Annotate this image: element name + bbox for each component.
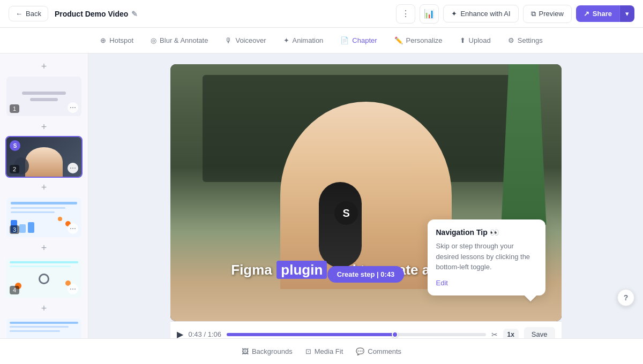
chevron-down-icon: ▾ [625, 10, 629, 18]
blur-icon: ◎ [151, 36, 156, 44]
upload-icon: ⬆ [460, 36, 466, 44]
project-title: Product Demo Video ✎ [55, 10, 138, 18]
create-step-button[interactable]: Create step | 0:43 [327, 266, 405, 283]
add-slide-before-4[interactable]: + [0, 239, 88, 257]
save-button[interactable]: Save [524, 327, 555, 338]
add-slide-before-5[interactable]: + [0, 300, 88, 317]
slide-more-button[interactable]: ⋯ [68, 102, 78, 113]
nav-tip-title: Navigation Tip 👀 [436, 228, 537, 237]
main-content: + 1 ⋯ + S 2 ⋯ + [0, 54, 643, 338]
hotspot-icon: ⊕ [100, 36, 106, 44]
slide-more-button[interactable]: ⋯ [68, 284, 78, 294]
share-dropdown-button[interactable]: ▾ [619, 5, 634, 22]
title-text: Product Demo Video [55, 10, 128, 18]
analytics-icon: 📊 [424, 9, 435, 19]
add-slide-before-3[interactable]: + [0, 179, 88, 196]
slides-sidebar: + 1 ⋯ + S 2 ⋯ + [0, 54, 88, 338]
more-icon: ⋮ [401, 9, 410, 19]
slide-more-button[interactable]: ⋯ [68, 163, 78, 173]
toolbar-animation[interactable]: ✦ Animation [275, 32, 332, 49]
canvas-area: S Figma plugin and to create a Supa dem … [88, 54, 643, 338]
more-options-button[interactable]: ⋮ [396, 4, 415, 24]
navigation-tip: Navigation Tip 👀 Skip or step through yo… [428, 219, 545, 295]
personalize-icon: ✏️ [394, 36, 403, 44]
slide-item[interactable]: 5 ⋯ [5, 317, 83, 338]
chapter-icon: 📄 [340, 36, 349, 44]
enhance-label: Enhance with AI [460, 10, 510, 18]
toolbar-settings[interactable]: ⚙ Settings [499, 32, 551, 49]
toolbar-personalize[interactable]: ✏️ Personalize [386, 32, 451, 49]
preview-icon: ⧉ [531, 10, 536, 18]
toolbar: ⊕ Hotspot ◎ Blur & Annotate 🎙 Voiceover … [0, 28, 643, 54]
slide-number: 4 [10, 286, 19, 294]
settings-icon: ⚙ [508, 36, 514, 44]
share-label: Share [593, 10, 612, 18]
media-fit-button[interactable]: ⊡ Media Fit [305, 347, 343, 355]
back-label: Back [26, 10, 41, 18]
preview-label: Preview [539, 10, 564, 18]
media-fit-icon: ⊡ [305, 347, 311, 355]
back-arrow-icon: ← [16, 10, 23, 18]
progress-thumb [392, 331, 398, 338]
animation-icon: ✦ [283, 36, 289, 44]
help-button[interactable]: ? [617, 289, 634, 306]
add-slide-before-2[interactable]: + [0, 118, 88, 136]
progress-bar[interactable] [227, 333, 486, 336]
slide-item[interactable]: S 2 ⋯ [5, 136, 83, 178]
backgrounds-button[interactable]: 🖼 Backgrounds [242, 347, 293, 355]
progress-fill [227, 333, 395, 336]
header-actions: ⋮ 📊 ✦ Enhance with AI ⧉ Preview ↗ Share … [396, 4, 634, 24]
slide-5-thumbnail [6, 318, 81, 338]
toolbar-upload[interactable]: ⬆ Upload [451, 32, 499, 49]
edit-title-icon[interactable]: ✎ [131, 10, 138, 18]
voiceover-icon: 🎙 [225, 36, 232, 44]
enhance-ai-button[interactable]: ✦ Enhance with AI [443, 5, 518, 22]
slide-more-button[interactable]: ⋯ [68, 223, 78, 234]
analytics-button[interactable]: 📊 [420, 4, 439, 24]
slide-item[interactable]: 1 ⋯ [5, 75, 83, 117]
toolbar-hotspot[interactable]: ⊕ Hotspot [92, 32, 142, 49]
subtitle-highlight: plugin [276, 261, 327, 279]
bottom-toolbar: 🖼 Backgrounds ⊡ Media Fit 💬 Comments [0, 338, 643, 364]
time-display: 0:43 / 1:06 [189, 330, 221, 338]
toolbar-chapter[interactable]: 📄 Chapter [332, 32, 385, 49]
sparkle-icon: ✦ [451, 10, 457, 18]
nav-tip-description: Skip or step through your desired lesson… [436, 241, 537, 272]
slide-line [22, 92, 65, 95]
slide-line-short [30, 98, 58, 101]
video-player: S Figma plugin and to create a Supa dem … [170, 64, 562, 321]
play-button[interactable]: ▶ [177, 329, 183, 338]
slide-number: 2 [10, 165, 19, 173]
header: ← Back Product Demo Video ✎ ⋮ 📊 ✦ Enhanc… [0, 0, 643, 28]
toolbar-voiceover[interactable]: 🎙 Voiceover [216, 32, 274, 49]
share-button[interactable]: ↗ Share [576, 5, 619, 22]
speed-button[interactable]: 1x [503, 329, 519, 339]
slide-number: 1 [10, 104, 19, 113]
backgrounds-icon: 🖼 [242, 347, 249, 355]
toolbar-blur[interactable]: ◎ Blur & Annotate [142, 32, 216, 49]
logo-badge: S [334, 201, 358, 225]
subtitle-prefix: Figma [231, 262, 272, 278]
slide-item[interactable]: 3 ⋯ [5, 196, 83, 238]
share-icon: ↗ [584, 10, 589, 18]
comments-icon: 💬 [356, 347, 364, 355]
cut-icon[interactable]: ✂ [491, 330, 498, 339]
microphone [319, 182, 362, 268]
add-slide-before-1[interactable]: + [0, 58, 88, 75]
preview-button[interactable]: ⧉ Preview [523, 5, 572, 23]
comments-button[interactable]: 💬 Comments [356, 347, 401, 355]
video-controls: ▶ 0:43 / 1:06 ✂ 1x Save [170, 321, 562, 338]
slide-item[interactable]: 4 ⋯ [5, 257, 83, 299]
back-button[interactable]: ← Back [9, 6, 48, 21]
nav-tip-edit-button[interactable]: Edit [436, 279, 537, 287]
slide-number: 3 [10, 225, 19, 234]
share-group: ↗ Share ▾ [576, 5, 634, 22]
